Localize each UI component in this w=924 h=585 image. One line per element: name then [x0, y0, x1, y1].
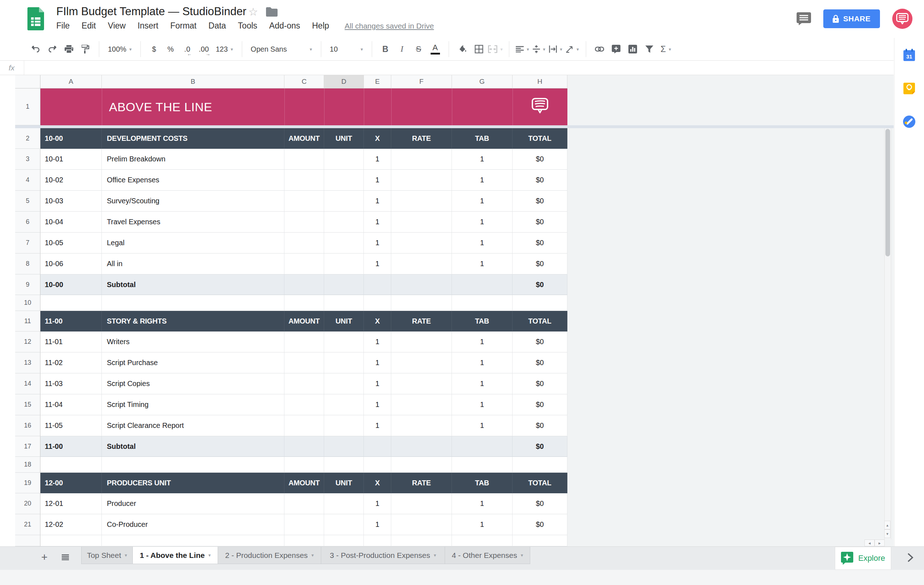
cell[interactable]: [364, 274, 391, 295]
line-amount[interactable]: [284, 253, 324, 274]
line-unit[interactable]: [324, 373, 364, 394]
add-sheet-button[interactable]: +: [36, 549, 53, 565]
more-formats-dropdown[interactable]: 123▾: [212, 41, 237, 58]
menu-tools[interactable]: Tools: [238, 21, 257, 31]
functions-dropdown[interactable]: Σ▾: [658, 41, 674, 58]
row-number[interactable]: 3: [15, 149, 40, 170]
row-number[interactable]: 5: [15, 191, 40, 212]
section-code[interactable]: 10-00: [40, 128, 102, 149]
scroll-down-button[interactable]: ▾: [884, 529, 891, 538]
line-total[interactable]: $0: [513, 170, 568, 191]
line-amount[interactable]: [284, 191, 324, 212]
document-title[interactable]: FIlm Budget Template — StudioBinder: [56, 5, 246, 18]
column-header-D[interactable]: D: [324, 75, 364, 88]
cell[interactable]: [284, 274, 324, 295]
line-tab[interactable]: 1: [452, 149, 513, 170]
line-total[interactable]: $0: [513, 352, 568, 373]
line-rate[interactable]: [391, 514, 452, 535]
row-number[interactable]: 16: [15, 415, 40, 436]
line-amount[interactable]: [284, 212, 324, 233]
row-number[interactable]: 1: [15, 88, 40, 125]
menu-data[interactable]: Data: [209, 21, 226, 31]
column-header-F[interactable]: F: [391, 75, 452, 88]
line-rate[interactable]: [391, 170, 452, 191]
line-x[interactable]: 1: [364, 415, 391, 436]
line-amount[interactable]: [284, 149, 324, 170]
line-unit[interactable]: [324, 493, 364, 514]
line-code[interactable]: 11-05: [40, 415, 102, 436]
line-code[interactable]: 11-01: [40, 332, 102, 352]
scroll-right-button[interactable]: ▸: [874, 539, 884, 546]
insert-link-button[interactable]: [591, 41, 608, 58]
line-description[interactable]: Script Timing: [102, 394, 284, 415]
cell[interactable]: [284, 436, 324, 457]
line-rate[interactable]: [391, 332, 452, 352]
paint-format-button[interactable]: [77, 41, 94, 58]
line-x[interactable]: 1: [364, 373, 391, 394]
print-button[interactable]: [61, 41, 77, 58]
col-label-amount[interactable]: AMOUNT: [284, 311, 324, 332]
line-tab[interactable]: 1: [452, 233, 513, 253]
line-unit[interactable]: [324, 394, 364, 415]
line-description[interactable]: Office Expenses: [102, 170, 284, 191]
line-unit[interactable]: [324, 332, 364, 352]
line-unit[interactable]: [324, 233, 364, 253]
line-total[interactable]: $0: [513, 253, 568, 274]
line-tab[interactable]: 1: [452, 514, 513, 535]
line-x[interactable]: 1: [364, 352, 391, 373]
line-tab[interactable]: 1: [452, 212, 513, 233]
decrease-decimal-button[interactable]: .0←: [179, 41, 196, 58]
col-label-x[interactable]: X: [364, 311, 391, 332]
line-description[interactable]: Co-Producer: [102, 514, 284, 535]
vertical-scrollbar-thumb[interactable]: [885, 129, 890, 256]
line-total[interactable]: $0: [513, 514, 568, 535]
format-currency-button[interactable]: $: [146, 41, 162, 58]
row-number[interactable]: 9: [15, 274, 40, 295]
row-number[interactable]: 13: [15, 352, 40, 373]
select-all-corner[interactable]: [15, 75, 40, 88]
line-rate[interactable]: [391, 352, 452, 373]
line-total[interactable]: $0: [513, 191, 568, 212]
line-total[interactable]: $0: [513, 149, 568, 170]
col-label-unit[interactable]: UNIT: [324, 473, 364, 493]
scroll-left-button[interactable]: ◂: [865, 539, 874, 546]
row-number[interactable]: 4: [15, 170, 40, 191]
line-description[interactable]: Script Clearance Report: [102, 415, 284, 436]
line-total[interactable]: $0: [513, 493, 568, 514]
row-number[interactable]: 18: [15, 457, 40, 473]
account-avatar-studiobinder[interactable]: [892, 9, 912, 29]
line-rate[interactable]: [391, 493, 452, 514]
chevron-down-icon[interactable]: ▾: [434, 552, 436, 558]
line-description[interactable]: Writers: [102, 332, 284, 352]
line-unit[interactable]: [324, 191, 364, 212]
line-unit[interactable]: [324, 415, 364, 436]
col-label-unit[interactable]: UNIT: [324, 128, 364, 149]
line-code[interactable]: 11-04: [40, 394, 102, 415]
menu-edit[interactable]: Edit: [82, 21, 96, 31]
col-label-rate[interactable]: RATE: [391, 128, 452, 149]
menu-file[interactable]: File: [56, 21, 70, 31]
subtotal-code[interactable]: 11-00: [40, 436, 102, 457]
line-x[interactable]: 1: [364, 332, 391, 352]
format-percent-button[interactable]: %: [162, 41, 179, 58]
sheet-tab-1[interactable]: Top Sheet▾: [81, 547, 133, 564]
line-x[interactable]: 1: [364, 233, 391, 253]
google-sheets-logo[interactable]: [27, 7, 44, 30]
strikethrough-button[interactable]: S: [410, 41, 427, 58]
merge-cells-button[interactable]: ▾: [487, 41, 504, 58]
line-unit[interactable]: [324, 514, 364, 535]
line-rate[interactable]: [391, 253, 452, 274]
line-description[interactable]: Producer: [102, 493, 284, 514]
row-number[interactable]: [15, 535, 40, 546]
col-label-rate[interactable]: RATE: [391, 311, 452, 332]
line-code[interactable]: 10-03: [40, 191, 102, 212]
cell[interactable]: [324, 436, 364, 457]
cell[interactable]: [391, 274, 452, 295]
share-button[interactable]: SHARE: [823, 9, 880, 28]
subtotal-code[interactable]: 10-00: [40, 274, 102, 295]
star-icon[interactable]: ☆: [248, 7, 258, 17]
filter-button[interactable]: [641, 41, 658, 58]
line-x[interactable]: 1: [364, 170, 391, 191]
column-header-G[interactable]: G: [452, 75, 513, 88]
line-unit[interactable]: [324, 352, 364, 373]
